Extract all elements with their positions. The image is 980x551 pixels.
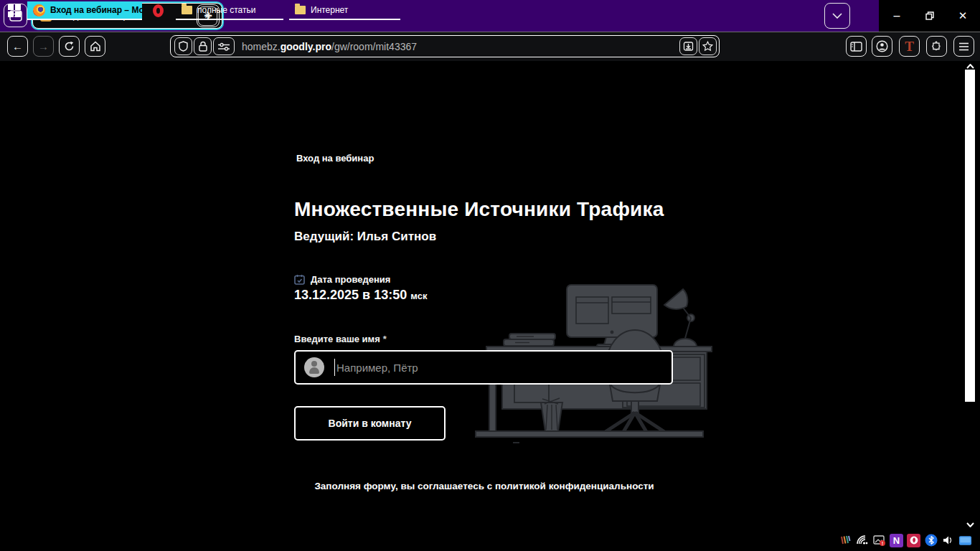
url-prefix: homebz. (242, 41, 281, 52)
date-value-text: 13.12.2025 в 13:50 (294, 288, 407, 302)
star-icon (702, 41, 713, 52)
photos-alert-tray-icon[interactable]: ! (872, 534, 886, 547)
task-label: полные статьи (197, 5, 255, 15)
forward-button[interactable]: → (33, 36, 54, 57)
wifi-tray-icon[interactable] (855, 534, 869, 547)
reload-icon (64, 41, 75, 52)
tracking-protection-button[interactable] (174, 37, 192, 55)
privacy-consent-note: Заполняя форму, вы соглашаетесь с полити… (143, 481, 825, 491)
task-label: Вход на вебинар – Mo... (50, 5, 142, 15)
extension-t-button[interactable]: T (899, 36, 920, 57)
chevron-down-icon (832, 13, 842, 19)
avatar-person-icon (304, 357, 324, 377)
chevron-up-icon (966, 64, 974, 69)
screen: G Вход на вебинар ✕ + – ✕ ← → (0, 0, 980, 551)
nicegram-tray-icon[interactable]: N (890, 534, 903, 547)
puzzle-piece-icon (931, 41, 943, 52)
minimize-button[interactable]: – (885, 5, 909, 27)
display-tray-icon[interactable] (958, 534, 972, 547)
lock-icon (199, 41, 207, 52)
sidebar-icon (850, 42, 862, 52)
opera-icon (153, 4, 164, 17)
scroll-down-button[interactable] (965, 520, 975, 529)
start-button[interactable] (6, 3, 23, 19)
window-close-button[interactable]: ✕ (951, 5, 975, 27)
account-button[interactable] (872, 36, 892, 57)
webinar-title: Множественные Источники Трафика (294, 198, 664, 221)
red-app-tray-icon[interactable] (907, 534, 920, 547)
taskbar-task-folder-1[interactable]: полные статьи (176, 1, 283, 20)
back-button[interactable]: ← (7, 36, 28, 57)
restore-icon (925, 11, 934, 20)
name-input-wrapper[interactable] (294, 350, 673, 385)
stripes-app-tray-icon[interactable] (838, 534, 852, 547)
page-content: Вход на вебинар Множественные Источники … (0, 61, 980, 529)
permissions-sliders-icon (217, 42, 230, 51)
svg-text:!: ! (881, 540, 882, 545)
home-button[interactable] (85, 36, 105, 57)
restore-button[interactable] (918, 5, 942, 27)
firefox-icon (33, 4, 45, 17)
taskbar-task-folder-2[interactable]: Интернет (289, 1, 400, 20)
list-all-tabs-button[interactable] (824, 3, 850, 29)
calendar-icon (294, 274, 305, 285)
url-domain: goodly.pro (281, 41, 331, 52)
webinar-host: Ведущий: Илья Ситнов (294, 230, 436, 244)
task-label: Интернет (311, 5, 348, 15)
required-asterisk: * (383, 334, 387, 344)
folder-icon (295, 6, 306, 14)
date-value: 13.12.2025 в 13:50 мск (294, 288, 427, 303)
extensions-button[interactable] (926, 36, 947, 57)
volume-tray-icon[interactable] (941, 534, 955, 547)
hamburger-menu-icon (958, 42, 969, 51)
sidebar-button[interactable] (846, 36, 867, 57)
page-scrollbar[interactable] (965, 61, 976, 529)
url-bar[interactable]: homebz.goodly.pro/gw/room/mit43367 (170, 35, 720, 57)
scrollbar-thumb[interactable] (965, 70, 975, 402)
bookmark-button[interactable] (699, 37, 717, 55)
name-input[interactable] (335, 362, 672, 374)
windows-logo-icon (8, 4, 21, 17)
connection-security-button[interactable] (194, 37, 212, 55)
date-row: Дата проведения (294, 274, 390, 285)
taskbar-task-firefox[interactable]: Вход на вебинар – Mo... (27, 1, 142, 20)
minimize-icon: – (894, 9, 900, 22)
chevron-down-icon (966, 522, 974, 527)
enter-room-button-label: Войти в комнату (329, 418, 412, 429)
system-tray: ! N (838, 531, 972, 550)
date-label: Дата проведения (311, 274, 390, 285)
taskbar (0, 529, 980, 551)
url-path: /gw/room/mit43367 (331, 41, 417, 52)
shield-icon (179, 41, 188, 52)
download-icon (683, 41, 694, 52)
menu-button[interactable] (953, 36, 974, 57)
home-icon (90, 41, 101, 52)
url-text[interactable]: homebz.goodly.pro/gw/room/mit43367 (242, 41, 678, 52)
bluetooth-tray-icon[interactable] (924, 534, 938, 547)
close-icon: ✕ (958, 9, 968, 22)
name-label-text: Введите ваше имя (294, 334, 380, 344)
enter-room-button[interactable]: Войти в комнату (294, 406, 446, 441)
page-kicker: Вход на вебинар (296, 153, 374, 164)
forward-arrow-icon: → (38, 40, 49, 52)
reload-button[interactable] (59, 36, 80, 57)
name-field-label: Введите ваше имя* (294, 334, 387, 344)
account-icon (876, 40, 888, 52)
permissions-button[interactable] (213, 37, 235, 55)
downloads-button[interactable] (679, 37, 697, 55)
back-arrow-icon: ← (12, 40, 23, 52)
date-timezone: мск (410, 291, 427, 301)
folder-icon (182, 6, 192, 14)
taskbar-task-opera[interactable] (149, 3, 166, 19)
t-extension-icon: T (905, 39, 914, 55)
